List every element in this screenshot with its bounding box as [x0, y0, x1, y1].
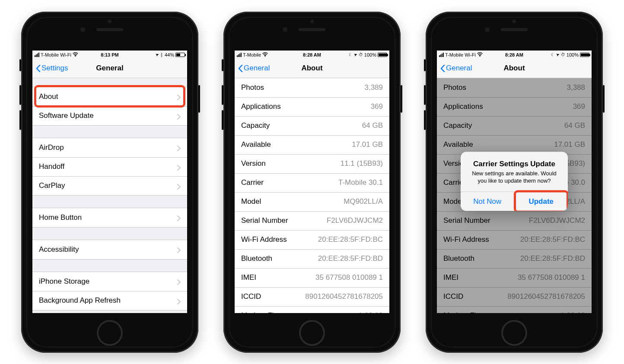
- back-button[interactable]: General: [440, 64, 472, 73]
- back-label: Settings: [41, 64, 68, 73]
- svg-point-0: [75, 56, 76, 57]
- carrier-label: T-Mobile: [243, 52, 261, 57]
- battery-icon: [175, 53, 185, 57]
- location-icon: ➤: [155, 52, 159, 57]
- nav-bar: General About: [235, 59, 389, 78]
- row-value: MQ902LL/A: [344, 197, 383, 206]
- status-bar: T-Mobile Wi-Fi 8:28 AM ☾ ➤ ⏱ 100%: [437, 51, 592, 59]
- back-label: General: [446, 64, 472, 73]
- chevron-right-icon: [177, 113, 181, 119]
- dialog-update-button[interactable]: Update: [514, 192, 568, 211]
- row-value: F2LV6DJWJCM2: [327, 216, 383, 225]
- carrier-update-dialog: Carrier Settings Update New settings are…: [461, 152, 568, 211]
- chevron-right-icon: [177, 215, 181, 220]
- row-label: CarPlay: [39, 181, 65, 190]
- chevron-right-icon: [177, 145, 181, 150]
- row-label: Bluetooth: [241, 254, 272, 263]
- clock: 8:28 AM: [303, 52, 321, 57]
- about-row[interactable]: Bluetooth20:EE:28:5F:FD:BD: [235, 249, 389, 268]
- svg-point-1: [265, 56, 266, 57]
- carrier-label: T-Mobile Wi-Fi: [445, 52, 476, 57]
- chevron-right-icon: [177, 279, 181, 284]
- location-icon: ➤: [555, 52, 560, 57]
- status-bar: T-Mobile 8:28 AM ☾ ➤ ⏱ 100%: [235, 51, 389, 59]
- row-home-button[interactable]: Home Button: [32, 208, 187, 227]
- home-button[interactable]: [97, 320, 123, 346]
- row-label: iPhone Storage: [39, 277, 89, 286]
- signal-icon: [237, 53, 242, 57]
- about-row[interactable]: Available17.01 GB: [235, 135, 389, 154]
- carrier-label: T-Mobile Wi-Fi: [41, 52, 71, 57]
- row-value: T-Mobile 30.1: [338, 178, 383, 187]
- home-button[interactable]: [501, 320, 527, 346]
- row-airdrop[interactable]: AirDrop: [32, 138, 187, 157]
- row-label: IMEI: [241, 273, 256, 282]
- wifi-icon: [477, 52, 483, 57]
- row-about[interactable]: About: [32, 87, 187, 106]
- about-row[interactable]: Version11.1 (15B93): [235, 154, 389, 173]
- chevron-right-icon: [177, 298, 181, 304]
- row-label: Version: [241, 159, 266, 168]
- dialog-message: New settings are available. Would you li…: [467, 170, 562, 184]
- location-icon: ➤: [353, 52, 358, 57]
- svg-point-2: [479, 56, 480, 57]
- nav-bar: Settings General: [32, 59, 187, 78]
- about-row[interactable]: Capacity64 GB: [235, 116, 389, 135]
- row-label: Background App Refresh: [39, 296, 121, 305]
- about-row[interactable]: ICCID8901260452781678205: [235, 287, 389, 306]
- signal-icon: [439, 53, 444, 57]
- row-label: Photos: [241, 83, 264, 92]
- row-label: Applications: [241, 102, 281, 111]
- row-background-app-refresh[interactable]: Background App Refresh: [32, 291, 187, 310]
- row-value: 3,389: [364, 83, 383, 92]
- back-button[interactable]: General: [238, 64, 270, 73]
- row-carplay[interactable]: CarPlay: [32, 176, 187, 195]
- row-label: Home Button: [39, 213, 82, 222]
- about-row[interactable]: Photos3,389: [235, 78, 389, 97]
- phone-about: T-Mobile 8:28 AM ☾ ➤ ⏱ 100% General Abou…: [223, 12, 401, 353]
- about-row[interactable]: Serial NumberF2LV6DJWJCM2: [235, 211, 389, 230]
- about-row[interactable]: ModelMQ902LL/A: [235, 192, 389, 211]
- wifi-icon: [262, 52, 268, 57]
- row-label: ICCID: [241, 292, 261, 301]
- alarm-icon: ⏱: [359, 52, 363, 57]
- row-value: 35 677508 010089 1: [315, 273, 383, 282]
- row-label: Model: [241, 197, 261, 206]
- row-label: Software Update: [39, 111, 94, 120]
- about-row[interactable]: IMEI35 677508 010089 1: [235, 268, 389, 287]
- row-label: Carrier: [241, 178, 264, 187]
- nav-title: About: [301, 64, 322, 73]
- row-value: 20:EE:28:5F:FD:BC: [318, 235, 383, 244]
- row-software-update[interactable]: Software Update: [32, 106, 187, 125]
- chevron-right-icon: [177, 94, 181, 99]
- wifi-icon: [73, 52, 78, 57]
- row-label: Wi-Fi Address: [241, 235, 287, 244]
- chevron-right-icon: [177, 247, 181, 252]
- row-value: 64 GB: [362, 121, 383, 130]
- nav-bar: General About: [437, 59, 592, 78]
- row-label: Handoff: [39, 162, 64, 171]
- back-label: General: [244, 64, 270, 73]
- row-handoff[interactable]: Handoff: [32, 157, 187, 176]
- dialog-btn-label: Update: [528, 197, 554, 206]
- about-row[interactable]: CarrierT-Mobile 30.1: [235, 173, 389, 192]
- row-label: Modem Firmware: [241, 311, 298, 313]
- row-accessibility[interactable]: Accessibility: [32, 240, 187, 259]
- home-button[interactable]: [299, 320, 325, 346]
- moon-icon: ☾: [349, 52, 353, 57]
- signal-icon: [35, 53, 39, 57]
- back-button[interactable]: Settings: [36, 64, 68, 73]
- dialog-not-now-button[interactable]: Not Now: [461, 192, 514, 211]
- row-label: Capacity: [241, 121, 270, 130]
- row-label: AirDrop: [39, 143, 64, 152]
- nav-title: General: [96, 64, 123, 73]
- row-label: About: [39, 92, 58, 101]
- about-row[interactable]: Applications369: [235, 97, 389, 116]
- battery-icon: [378, 53, 387, 57]
- row-iphone-storage[interactable]: iPhone Storage: [32, 272, 187, 291]
- about-row[interactable]: Modem Firmware1.02.03: [235, 306, 389, 313]
- row-label: Serial Number: [241, 216, 288, 225]
- row-value: 369: [371, 102, 383, 111]
- about-row[interactable]: Wi-Fi Address20:EE:28:5F:FD:BC: [235, 230, 389, 249]
- battery-icon: [580, 53, 589, 57]
